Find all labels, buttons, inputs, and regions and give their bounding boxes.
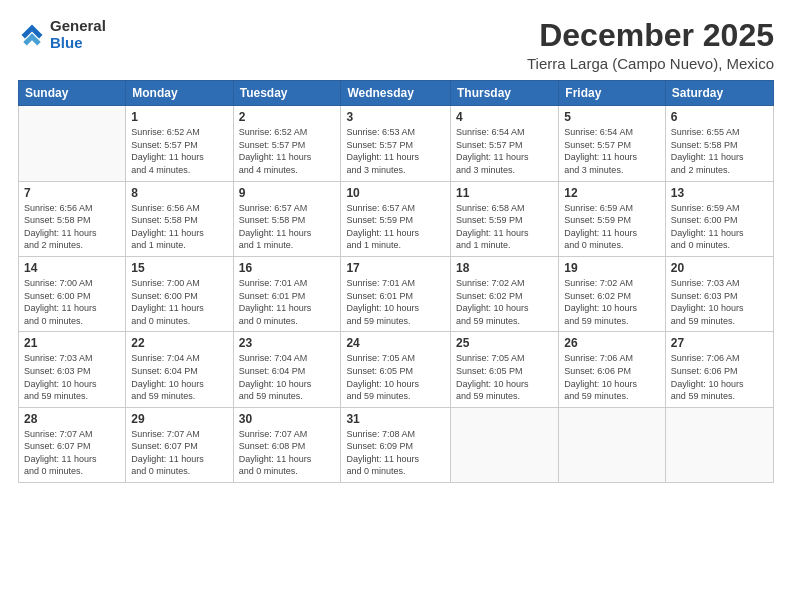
logo-blue-text: Blue [50, 35, 106, 52]
calendar-header-friday: Friday [559, 81, 666, 106]
day-info: Sunrise: 7:03 AM Sunset: 6:03 PM Dayligh… [671, 277, 768, 327]
day-number: 6 [671, 110, 768, 124]
calendar-cell: 19Sunrise: 7:02 AM Sunset: 6:02 PM Dayli… [559, 256, 666, 331]
calendar-table: SundayMondayTuesdayWednesdayThursdayFrid… [18, 80, 774, 483]
calendar-cell: 24Sunrise: 7:05 AM Sunset: 6:05 PM Dayli… [341, 332, 451, 407]
calendar-cell: 22Sunrise: 7:04 AM Sunset: 6:04 PM Dayli… [126, 332, 233, 407]
calendar-week-row: 21Sunrise: 7:03 AM Sunset: 6:03 PM Dayli… [19, 332, 774, 407]
calendar-cell: 31Sunrise: 7:08 AM Sunset: 6:09 PM Dayli… [341, 407, 451, 482]
day-info: Sunrise: 7:00 AM Sunset: 6:00 PM Dayligh… [131, 277, 227, 327]
calendar-header-monday: Monday [126, 81, 233, 106]
day-number: 15 [131, 261, 227, 275]
calendar-cell [559, 407, 666, 482]
logo-general-text: General [50, 18, 106, 35]
day-info: Sunrise: 6:54 AM Sunset: 5:57 PM Dayligh… [564, 126, 660, 176]
calendar-cell: 12Sunrise: 6:59 AM Sunset: 5:59 PM Dayli… [559, 181, 666, 256]
calendar-week-row: 28Sunrise: 7:07 AM Sunset: 6:07 PM Dayli… [19, 407, 774, 482]
calendar-cell: 25Sunrise: 7:05 AM Sunset: 6:05 PM Dayli… [451, 332, 559, 407]
day-info: Sunrise: 6:56 AM Sunset: 5:58 PM Dayligh… [24, 202, 120, 252]
calendar-cell: 26Sunrise: 7:06 AM Sunset: 6:06 PM Dayli… [559, 332, 666, 407]
day-number: 30 [239, 412, 336, 426]
day-number: 27 [671, 336, 768, 350]
day-number: 21 [24, 336, 120, 350]
day-info: Sunrise: 7:05 AM Sunset: 6:05 PM Dayligh… [456, 352, 553, 402]
title-block: December 2025 Tierra Larga (Campo Nuevo)… [527, 18, 774, 72]
calendar-cell [665, 407, 773, 482]
day-number: 20 [671, 261, 768, 275]
logo: General Blue [18, 18, 106, 51]
calendar-header-sunday: Sunday [19, 81, 126, 106]
day-number: 8 [131, 186, 227, 200]
day-info: Sunrise: 6:57 AM Sunset: 5:58 PM Dayligh… [239, 202, 336, 252]
calendar-cell: 15Sunrise: 7:00 AM Sunset: 6:00 PM Dayli… [126, 256, 233, 331]
calendar-cell: 11Sunrise: 6:58 AM Sunset: 5:59 PM Dayli… [451, 181, 559, 256]
day-info: Sunrise: 7:01 AM Sunset: 6:01 PM Dayligh… [346, 277, 445, 327]
day-number: 19 [564, 261, 660, 275]
day-info: Sunrise: 6:55 AM Sunset: 5:58 PM Dayligh… [671, 126, 768, 176]
day-number: 17 [346, 261, 445, 275]
day-info: Sunrise: 7:00 AM Sunset: 6:00 PM Dayligh… [24, 277, 120, 327]
day-info: Sunrise: 7:06 AM Sunset: 6:06 PM Dayligh… [671, 352, 768, 402]
day-number: 10 [346, 186, 445, 200]
calendar-cell: 29Sunrise: 7:07 AM Sunset: 6:07 PM Dayli… [126, 407, 233, 482]
day-number: 29 [131, 412, 227, 426]
day-number: 9 [239, 186, 336, 200]
calendar-cell: 7Sunrise: 6:56 AM Sunset: 5:58 PM Daylig… [19, 181, 126, 256]
day-number: 11 [456, 186, 553, 200]
header: General Blue December 2025 Tierra Larga … [18, 18, 774, 72]
calendar-cell: 23Sunrise: 7:04 AM Sunset: 6:04 PM Dayli… [233, 332, 341, 407]
calendar-header-tuesday: Tuesday [233, 81, 341, 106]
calendar-cell [451, 407, 559, 482]
day-number: 1 [131, 110, 227, 124]
calendar-title: December 2025 [527, 18, 774, 53]
day-info: Sunrise: 6:57 AM Sunset: 5:59 PM Dayligh… [346, 202, 445, 252]
day-info: Sunrise: 7:04 AM Sunset: 6:04 PM Dayligh… [239, 352, 336, 402]
calendar-cell: 2Sunrise: 6:52 AM Sunset: 5:57 PM Daylig… [233, 106, 341, 181]
day-info: Sunrise: 7:07 AM Sunset: 6:07 PM Dayligh… [24, 428, 120, 478]
day-number: 24 [346, 336, 445, 350]
day-info: Sunrise: 6:58 AM Sunset: 5:59 PM Dayligh… [456, 202, 553, 252]
calendar-header-wednesday: Wednesday [341, 81, 451, 106]
calendar-cell: 1Sunrise: 6:52 AM Sunset: 5:57 PM Daylig… [126, 106, 233, 181]
day-info: Sunrise: 6:56 AM Sunset: 5:58 PM Dayligh… [131, 202, 227, 252]
calendar-cell: 10Sunrise: 6:57 AM Sunset: 5:59 PM Dayli… [341, 181, 451, 256]
calendar-cell: 14Sunrise: 7:00 AM Sunset: 6:00 PM Dayli… [19, 256, 126, 331]
calendar-cell: 16Sunrise: 7:01 AM Sunset: 6:01 PM Dayli… [233, 256, 341, 331]
day-info: Sunrise: 7:01 AM Sunset: 6:01 PM Dayligh… [239, 277, 336, 327]
day-info: Sunrise: 7:05 AM Sunset: 6:05 PM Dayligh… [346, 352, 445, 402]
day-info: Sunrise: 6:54 AM Sunset: 5:57 PM Dayligh… [456, 126, 553, 176]
day-number: 3 [346, 110, 445, 124]
calendar-subtitle: Tierra Larga (Campo Nuevo), Mexico [527, 55, 774, 72]
day-info: Sunrise: 7:03 AM Sunset: 6:03 PM Dayligh… [24, 352, 120, 402]
calendar-cell: 8Sunrise: 6:56 AM Sunset: 5:58 PM Daylig… [126, 181, 233, 256]
day-info: Sunrise: 7:07 AM Sunset: 6:08 PM Dayligh… [239, 428, 336, 478]
calendar-cell: 3Sunrise: 6:53 AM Sunset: 5:57 PM Daylig… [341, 106, 451, 181]
day-number: 26 [564, 336, 660, 350]
day-number: 22 [131, 336, 227, 350]
day-info: Sunrise: 7:07 AM Sunset: 6:07 PM Dayligh… [131, 428, 227, 478]
day-info: Sunrise: 6:59 AM Sunset: 5:59 PM Dayligh… [564, 202, 660, 252]
calendar-week-row: 7Sunrise: 6:56 AM Sunset: 5:58 PM Daylig… [19, 181, 774, 256]
calendar-cell: 20Sunrise: 7:03 AM Sunset: 6:03 PM Dayli… [665, 256, 773, 331]
calendar-cell: 6Sunrise: 6:55 AM Sunset: 5:58 PM Daylig… [665, 106, 773, 181]
day-info: Sunrise: 7:06 AM Sunset: 6:06 PM Dayligh… [564, 352, 660, 402]
calendar-cell: 18Sunrise: 7:02 AM Sunset: 6:02 PM Dayli… [451, 256, 559, 331]
day-number: 25 [456, 336, 553, 350]
calendar-week-row: 1Sunrise: 6:52 AM Sunset: 5:57 PM Daylig… [19, 106, 774, 181]
day-number: 23 [239, 336, 336, 350]
day-number: 12 [564, 186, 660, 200]
day-number: 4 [456, 110, 553, 124]
day-info: Sunrise: 6:52 AM Sunset: 5:57 PM Dayligh… [131, 126, 227, 176]
calendar-cell: 13Sunrise: 6:59 AM Sunset: 6:00 PM Dayli… [665, 181, 773, 256]
day-number: 13 [671, 186, 768, 200]
day-info: Sunrise: 7:02 AM Sunset: 6:02 PM Dayligh… [456, 277, 553, 327]
day-number: 2 [239, 110, 336, 124]
calendar-header-saturday: Saturday [665, 81, 773, 106]
day-info: Sunrise: 6:59 AM Sunset: 6:00 PM Dayligh… [671, 202, 768, 252]
day-number: 18 [456, 261, 553, 275]
calendar-cell: 17Sunrise: 7:01 AM Sunset: 6:01 PM Dayli… [341, 256, 451, 331]
calendar-cell: 21Sunrise: 7:03 AM Sunset: 6:03 PM Dayli… [19, 332, 126, 407]
day-number: 7 [24, 186, 120, 200]
calendar-header-row: SundayMondayTuesdayWednesdayThursdayFrid… [19, 81, 774, 106]
day-number: 5 [564, 110, 660, 124]
